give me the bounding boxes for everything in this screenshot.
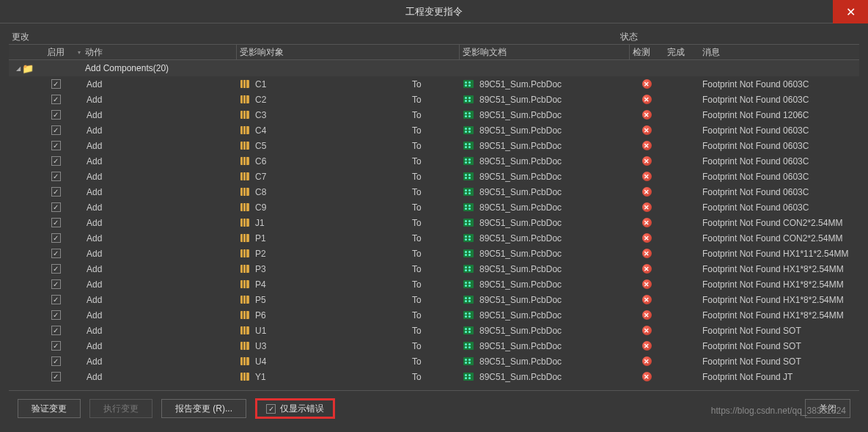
pcb-icon — [463, 342, 474, 350]
done-cell — [664, 76, 699, 92]
dialog-title: 工程变更指令 — [405, 5, 463, 18]
table-row[interactable]: ✓AddU4To89C51_Sum.PcbDoc✕Footprint Not F… — [9, 354, 859, 369]
enable-cell[interactable]: ✓ — [29, 107, 82, 122]
component-icon — [240, 203, 249, 211]
checkbox-icon: ✓ — [51, 202, 61, 212]
table-row[interactable]: ✓AddP6To89C51_Sum.PcbDoc✕Footprint Not F… — [9, 307, 859, 323]
table-row[interactable]: ✓AddP4To89C51_Sum.PcbDoc✕Footprint Not F… — [9, 277, 859, 292]
error-icon: ✕ — [642, 279, 652, 289]
check-cell: ✕ — [629, 277, 664, 292]
col-action-header[interactable]: 动作 — [82, 45, 236, 59]
table-row[interactable]: ✓AddP2To89C51_Sum.PcbDoc✕Footprint Not F… — [9, 246, 859, 261]
enable-cell[interactable]: ✓ — [29, 76, 82, 92]
component-icon — [240, 326, 249, 334]
table-row[interactable]: ✓AddU1To89C51_Sum.PcbDoc✕Footprint Not F… — [9, 323, 859, 338]
table-row[interactable]: ✓AddU3To89C51_Sum.PcbDoc✕Footprint Not F… — [9, 338, 859, 354]
action-cell: Add — [82, 369, 236, 384]
enable-cell[interactable]: ✓ — [29, 246, 82, 261]
pcb-icon — [463, 373, 474, 381]
pcb-icon — [463, 188, 474, 196]
show-errors-checkbox[interactable]: ✓ 仅显示错误 — [255, 398, 335, 419]
enable-cell[interactable]: ✓ — [29, 215, 82, 230]
error-icon: ✕ — [642, 79, 652, 89]
dropdown-icon: ▾ — [78, 49, 81, 56]
col-done-header[interactable]: 完成 — [664, 45, 699, 59]
close-footer-button[interactable]: 关闭 — [805, 399, 850, 418]
close-button[interactable]: ✕ — [833, 0, 868, 23]
table-row[interactable]: ✓AddY1To89C51_Sum.PcbDoc✕Footprint Not F… — [9, 369, 859, 384]
enable-cell[interactable]: ✓ — [29, 307, 82, 323]
error-icon: ✕ — [642, 172, 652, 181]
enable-cell[interactable]: ✓ — [29, 122, 82, 138]
checkbox-icon: ✓ — [51, 264, 61, 274]
col-object-header[interactable]: 受影响对象 — [236, 45, 409, 59]
checkbox-icon: ✓ — [51, 141, 61, 150]
check-cell: ✕ — [629, 230, 664, 246]
enable-cell[interactable]: ✓ — [29, 261, 82, 277]
table-row[interactable]: ✓AddC7To89C51_Sum.PcbDoc✕Footprint Not F… — [9, 169, 859, 184]
col-check-header[interactable]: 检测 — [629, 45, 664, 59]
grid-body[interactable]: ◢ 📁 Add Components(20) ✓AddC1To89C51_Sum… — [9, 60, 859, 391]
done-cell — [664, 307, 699, 323]
table-row[interactable]: ✓AddJ1To89C51_Sum.PcbDoc✕Footprint Not F… — [9, 215, 859, 230]
table-row[interactable]: ✓AddC6To89C51_Sum.PcbDoc✕Footprint Not F… — [9, 153, 859, 169]
table-row[interactable]: ✓AddC2To89C51_Sum.PcbDoc✕Footprint Not F… — [9, 92, 859, 107]
checkbox-icon: ✓ — [51, 187, 61, 197]
error-icon: ✕ — [642, 326, 652, 335]
pcb-icon — [463, 249, 474, 257]
enable-cell[interactable]: ✓ — [29, 230, 82, 246]
table-row[interactable]: ✓AddP3To89C51_Sum.PcbDoc✕Footprint Not F… — [9, 261, 859, 277]
enable-cell[interactable]: ✓ — [29, 323, 82, 338]
enable-cell[interactable]: ✓ — [29, 153, 82, 169]
enable-cell[interactable]: ✓ — [29, 199, 82, 215]
error-icon: ✕ — [642, 218, 652, 227]
enable-cell[interactable]: ✓ — [29, 338, 82, 354]
done-cell — [664, 107, 699, 122]
doc-cell: 89C51_Sum.PcbDoc — [459, 184, 629, 199]
object-cell: C7 — [236, 169, 409, 184]
doc-cell: 89C51_Sum.PcbDoc — [459, 292, 629, 307]
group-label: Add Components(20) — [37, 63, 169, 73]
msg-cell: Footprint Not Found HX1*8*2.54MM — [699, 307, 859, 323]
table-row[interactable]: ✓AddP5To89C51_Sum.PcbDoc✕Footprint Not F… — [9, 292, 859, 307]
close-icon: ✕ — [846, 5, 856, 19]
enable-cell[interactable]: ✓ — [29, 92, 82, 107]
pcb-icon — [463, 157, 474, 165]
table-row[interactable]: ✓AddC8To89C51_Sum.PcbDoc✕Footprint Not F… — [9, 184, 859, 199]
table-row[interactable]: ✓AddC9To89C51_Sum.PcbDoc✕Footprint Not F… — [9, 199, 859, 215]
enable-cell[interactable]: ✓ — [29, 184, 82, 199]
col-enable-header[interactable]: 启用 ▾ — [29, 45, 82, 59]
done-cell — [664, 169, 699, 184]
enable-cell[interactable]: ✓ — [29, 169, 82, 184]
enable-cell[interactable]: ✓ — [29, 369, 82, 384]
table-row[interactable]: ✓AddC5To89C51_Sum.PcbDoc✕Footprint Not F… — [9, 138, 859, 153]
msg-cell: Footprint Not Found CON2*2.54MM — [699, 215, 859, 230]
action-cell: Add — [82, 92, 236, 107]
table-row[interactable]: ✓AddC3To89C51_Sum.PcbDoc✕Footprint Not F… — [9, 107, 859, 122]
action-cell: Add — [82, 246, 236, 261]
error-icon: ✕ — [642, 310, 652, 320]
table-row[interactable]: ✓AddP1To89C51_Sum.PcbDoc✕Footprint Not F… — [9, 230, 859, 246]
check-cell: ✕ — [629, 369, 664, 384]
msg-cell: Footprint Not Found HX1*8*2.54MM — [699, 261, 859, 277]
validate-button[interactable]: 验证变更 — [18, 399, 81, 418]
pcb-icon — [463, 95, 474, 103]
checkbox-icon: ✓ — [51, 279, 61, 289]
component-icon — [240, 219, 249, 227]
object-cell: P6 — [236, 307, 409, 323]
enable-cell[interactable]: ✓ — [29, 138, 82, 153]
report-button[interactable]: 报告变更 (R)... — [161, 399, 246, 418]
doc-cell: 89C51_Sum.PcbDoc — [459, 323, 629, 338]
enable-cell[interactable]: ✓ — [29, 292, 82, 307]
col-doc-header[interactable]: 受影响文档 — [459, 45, 629, 59]
collapse-icon[interactable]: ◢ — [9, 65, 22, 72]
table-row[interactable]: ✓AddC4To89C51_Sum.PcbDoc✕Footprint Not F… — [9, 122, 859, 138]
col-msg-header[interactable]: 消息 — [699, 45, 859, 59]
component-icon — [240, 311, 249, 319]
error-icon: ✕ — [642, 95, 652, 104]
group-row[interactable]: ◢ 📁 Add Components(20) — [9, 60, 859, 76]
checkbox-icon: ✓ — [51, 356, 61, 366]
enable-cell[interactable]: ✓ — [29, 354, 82, 369]
enable-cell[interactable]: ✓ — [29, 277, 82, 292]
table-row[interactable]: ✓AddC1To89C51_Sum.PcbDoc✕Footprint Not F… — [9, 76, 859, 92]
